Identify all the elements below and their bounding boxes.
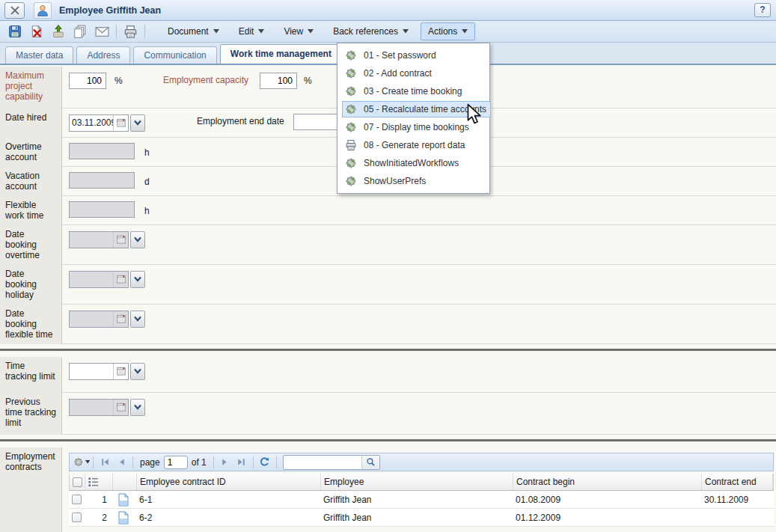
flexible-work-time-input: [69, 201, 135, 218]
tab-work-time-management[interactable]: Work time management: [220, 44, 342, 64]
mail-button[interactable]: [93, 23, 111, 40]
calendar-button: [113, 311, 128, 327]
contract-end-cell: 30.11.2009: [701, 495, 774, 505]
last-page-button[interactable]: [233, 455, 250, 470]
check-in-button[interactable]: [49, 23, 67, 40]
help-button[interactable]: ?: [754, 3, 771, 17]
chevron-down-icon: [134, 276, 141, 282]
view-menu-button[interactable]: View: [276, 22, 321, 40]
date-booking-overtime-label: Date booking overtime: [0, 225, 62, 265]
toolbar-separator: [144, 25, 145, 38]
overtime-account-unit: h: [144, 144, 150, 161]
contract-row[interactable]: 1 6-1 Griffith Jean 01.08.2009 30.11.200…: [69, 491, 774, 509]
grid-search-box: [283, 455, 380, 470]
row-checkbox[interactable]: [72, 513, 82, 522]
date-hired-label: Date hired: [0, 108, 62, 138]
chevron-down-icon: [134, 368, 141, 374]
menu-item-add-contract[interactable]: 02 - Add contract: [337, 64, 489, 82]
gear-icon: [73, 456, 84, 468]
row-number: 1: [85, 495, 112, 505]
document-icon[interactable]: [117, 493, 129, 507]
chevron-down-icon: [134, 236, 141, 242]
first-page-icon: [100, 457, 110, 467]
vacation-account-label: Vacation account: [0, 167, 62, 196]
actions-menu-button[interactable]: Actions: [421, 22, 475, 40]
page-label: page: [140, 457, 160, 468]
chevron-down-icon: [213, 29, 219, 34]
employment-capacity-unit: %: [304, 73, 312, 89]
column-header-contract-end[interactable]: Contract end: [702, 474, 773, 490]
column-header-contract-id[interactable]: Employee contract ID: [137, 474, 321, 490]
chevron-down-icon: [403, 29, 409, 34]
next-page-button[interactable]: [217, 455, 233, 470]
max-project-capability-unit: %: [114, 73, 123, 89]
gear-workflow-icon: [345, 157, 357, 169]
page-number-input[interactable]: [164, 456, 188, 469]
check-in-icon: [52, 25, 65, 38]
previous-page-button[interactable]: [113, 455, 129, 470]
date-hired-input[interactable]: 03.11.2009: [70, 117, 113, 128]
employment-capacity-input[interactable]: [260, 73, 297, 89]
row-checkbox[interactable]: [72, 495, 82, 504]
delete-document-button[interactable]: [28, 23, 46, 40]
first-page-button[interactable]: [97, 455, 113, 470]
gear-workflow-icon: [345, 85, 357, 97]
gear-workflow-icon: [345, 49, 357, 61]
max-project-capability-input[interactable]: [69, 73, 106, 89]
menu-item-set-password[interactable]: 01 - Set password: [337, 46, 489, 64]
date-dropdown-button[interactable]: [130, 114, 145, 132]
tab-communication[interactable]: Communication: [133, 46, 216, 64]
grid-search-input[interactable]: [284, 456, 361, 468]
menu-item-label: ShowInitiatedWorkflows: [364, 158, 459, 168]
last-page-icon: [236, 457, 246, 467]
menu-item-label: ShowUserPrefs: [364, 176, 426, 186]
calendar-icon: [117, 403, 126, 412]
contracts-header-row: Employee contract ID Employee Contract b…: [69, 474, 774, 491]
overtime-account-input: [69, 143, 135, 159]
tab-address[interactable]: Address: [76, 46, 130, 64]
employee-cell: Griffith Jean: [320, 495, 513, 505]
column-header-contract-begin[interactable]: Contract begin: [513, 474, 702, 490]
toolbar-separator: [213, 456, 214, 468]
document-icon[interactable]: [117, 511, 129, 525]
tab-master-data[interactable]: Master data: [5, 46, 73, 64]
save-button[interactable]: [6, 23, 24, 40]
select-all-checkbox[interactable]: [73, 477, 82, 487]
contracts-grid-toolbar: page of 1: [69, 453, 774, 471]
date-booking-flexible-time-picker: [69, 310, 145, 328]
date-dropdown-button: [130, 231, 145, 248]
chevron-down-icon: [134, 120, 141, 126]
grid-actions-button[interactable]: [73, 455, 90, 470]
calendar-button: [113, 400, 128, 415]
menu-item-generate-report-data[interactable]: 08 - Generate report data: [337, 136, 489, 154]
edit-menu-button[interactable]: Edit: [231, 22, 272, 40]
date-booking-holiday-label: Date booking holiday: [0, 265, 62, 305]
copy-button[interactable]: [71, 23, 89, 40]
refresh-button[interactable]: [257, 455, 273, 470]
back-references-menu-button[interactable]: Back references: [326, 22, 416, 40]
column-header-employee[interactable]: Employee: [321, 474, 513, 490]
menu-item-show-user-prefs[interactable]: ShowUserPrefs: [337, 172, 489, 190]
flexible-work-time-label: Flexible work time: [0, 196, 62, 225]
close-button[interactable]: [4, 2, 25, 19]
calendar-button: [113, 272, 128, 287]
row-number-icon: [88, 477, 99, 487]
contract-begin-cell: 01.08.2009: [513, 495, 701, 505]
menu-item-show-initiated-workflows[interactable]: ShowInitiatedWorkflows: [337, 154, 489, 172]
row-number: 2: [85, 513, 112, 523]
search-button[interactable]: [361, 456, 379, 469]
date-booking-flexible-time-label: Date booking flexible time: [0, 305, 62, 344]
section-divider: [0, 344, 776, 357]
menu-item-create-time-booking[interactable]: 03 - Create time booking: [337, 82, 489, 100]
gear-workflow-icon: [345, 121, 357, 133]
calendar-icon: [117, 235, 126, 244]
contract-row[interactable]: 2 6-2 Griffith Jean 01.12.2009: [69, 509, 774, 527]
print-button[interactable]: [121, 23, 139, 40]
calendar-button[interactable]: [113, 115, 128, 131]
flexible-work-time-unit: h: [144, 203, 150, 219]
document-menu-label: Document: [168, 26, 209, 37]
calendar-button[interactable]: [113, 364, 128, 379]
date-dropdown-button[interactable]: [130, 363, 145, 380]
view-menu-label: View: [284, 26, 303, 37]
document-menu-button[interactable]: Document: [160, 22, 227, 40]
